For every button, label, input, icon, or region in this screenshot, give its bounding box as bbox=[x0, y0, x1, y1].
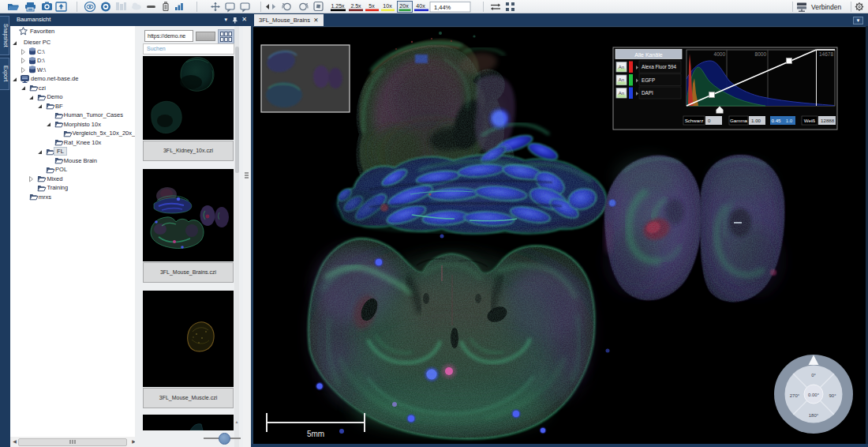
svg-text:0°: 0° bbox=[811, 373, 816, 378]
svg-text:0.45: 0.45 bbox=[771, 118, 781, 123]
svg-text:2.5x: 2.5x bbox=[350, 3, 361, 9]
svg-text:Alexa Fluor 594: Alexa Fluor 594 bbox=[642, 64, 677, 69]
svg-text:10x: 10x bbox=[383, 3, 392, 9]
svg-text:5mm: 5mm bbox=[307, 430, 324, 438]
svg-text:1.25x: 1.25x bbox=[331, 3, 345, 9]
svg-text:1.00: 1.00 bbox=[751, 118, 761, 123]
svg-text:0.00°: 0.00° bbox=[808, 393, 820, 397]
svg-text:An: An bbox=[619, 91, 624, 96]
svg-text:Verbinden: Verbinden bbox=[811, 3, 842, 11]
svg-text:5x: 5x bbox=[369, 3, 375, 9]
svg-text:An: An bbox=[619, 65, 624, 69]
svg-text:14678: 14678 bbox=[819, 51, 833, 57]
svg-text:1.0: 1.0 bbox=[786, 118, 793, 123]
svg-text:0: 0 bbox=[708, 118, 711, 123]
svg-text:Alle Kanäle: Alle Kanäle bbox=[634, 52, 663, 58]
svg-text:90°: 90° bbox=[829, 393, 836, 398]
svg-text:Schwarz: Schwarz bbox=[685, 118, 704, 123]
svg-text:4000: 4000 bbox=[714, 51, 726, 57]
svg-text:EGFP: EGFP bbox=[642, 77, 655, 83]
svg-text:12888: 12888 bbox=[821, 118, 835, 123]
svg-text:Gamma: Gamma bbox=[730, 118, 748, 123]
svg-text:Weiß: Weiß bbox=[804, 118, 816, 123]
svg-text:1,44%: 1,44% bbox=[434, 4, 451, 11]
svg-text:DAPI: DAPI bbox=[642, 90, 653, 96]
svg-text:40x: 40x bbox=[416, 3, 425, 9]
svg-text:180°: 180° bbox=[809, 413, 819, 418]
svg-text:20x: 20x bbox=[399, 3, 409, 9]
svg-text:270°: 270° bbox=[790, 393, 800, 398]
svg-text:8000: 8000 bbox=[755, 51, 767, 57]
svg-text:An: An bbox=[619, 77, 624, 82]
